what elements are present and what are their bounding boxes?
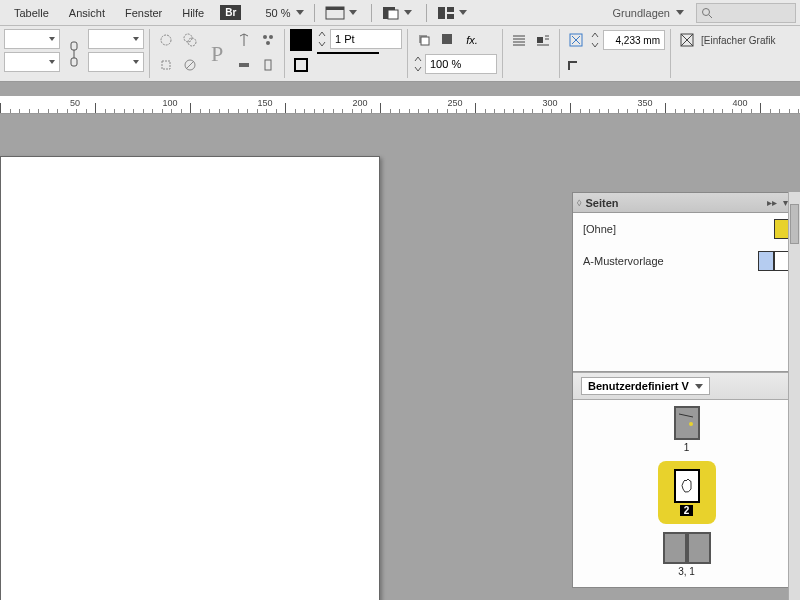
screen-mode-button[interactable] bbox=[325, 5, 345, 21]
corner-options-icon[interactable] bbox=[565, 54, 591, 76]
horizontal-ruler[interactable]: 50 100 150 200 250 300 350 400 bbox=[0, 96, 800, 114]
stroke-swatch[interactable] bbox=[290, 54, 312, 76]
search-icon bbox=[701, 7, 713, 19]
chevron-down-icon bbox=[133, 37, 139, 41]
panel-title: Seiten bbox=[585, 197, 763, 209]
chevron-down-icon[interactable] bbox=[459, 10, 467, 15]
separator bbox=[502, 29, 503, 78]
chevron-down-icon[interactable] bbox=[404, 10, 412, 15]
separator bbox=[371, 4, 372, 22]
master-thumbnail bbox=[758, 251, 774, 271]
page-item-2-selected[interactable]: 2 bbox=[658, 461, 716, 524]
page-number: 1 bbox=[684, 442, 690, 453]
zoom-value: 50 % bbox=[265, 7, 290, 19]
page-item-1[interactable]: 1 bbox=[674, 406, 700, 453]
workspace-grid-button[interactable] bbox=[437, 5, 455, 21]
svg-rect-21 bbox=[239, 63, 249, 67]
pathfinder-icon[interactable] bbox=[179, 54, 201, 76]
collapse-button[interactable]: ▸▸ bbox=[763, 197, 781, 208]
opacity-value: 100 % bbox=[430, 58, 461, 70]
graphic-frame-label: [Einfacher Grafik bbox=[701, 35, 775, 46]
stepper-icon[interactable] bbox=[590, 31, 600, 49]
ruler-tick: 150 bbox=[257, 98, 272, 108]
align-icon[interactable] bbox=[233, 54, 255, 76]
ruler-tick: 300 bbox=[542, 98, 557, 108]
fill-swatch[interactable] bbox=[290, 29, 312, 51]
chevron-down-icon bbox=[49, 37, 55, 41]
w-field[interactable] bbox=[88, 29, 144, 49]
chevron-down-icon bbox=[133, 60, 139, 64]
stepper-icon[interactable] bbox=[413, 55, 423, 73]
stroke-weight-value: 1 Pt bbox=[335, 33, 355, 45]
workspace-switcher[interactable]: Grundlagen bbox=[613, 7, 671, 19]
pages-list: 1 2 3, 1 bbox=[573, 400, 800, 587]
svg-rect-22 bbox=[265, 60, 271, 70]
masters-list: [Ohne] A-Mustervorlage bbox=[573, 213, 800, 371]
text-wrap-icon[interactable] bbox=[532, 29, 554, 51]
stepper-icon[interactable] bbox=[317, 30, 327, 48]
document-page[interactable] bbox=[0, 156, 380, 600]
bridge-badge[interactable]: Br bbox=[220, 5, 241, 20]
separator bbox=[284, 29, 285, 78]
master-row-a[interactable]: A-Mustervorlage bbox=[573, 245, 800, 277]
menu-tabelle[interactable]: Tabelle bbox=[4, 3, 59, 23]
effects-icon[interactable] bbox=[413, 29, 435, 51]
size-field[interactable]: 4,233 mm bbox=[603, 30, 665, 50]
drop-shadow-icon[interactable] bbox=[437, 29, 459, 51]
page-number: 3, 1 bbox=[678, 566, 695, 577]
stroke-weight-field[interactable]: 1 Pt bbox=[330, 29, 402, 49]
align-icon[interactable] bbox=[233, 29, 255, 51]
chevron-down-icon bbox=[296, 10, 304, 15]
panel-header[interactable]: ◊ Seiten ▸▸ ▾≡ bbox=[573, 193, 800, 213]
menu-hilfe[interactable]: Hilfe bbox=[172, 3, 214, 23]
opacity-field[interactable]: 100 % bbox=[425, 54, 497, 74]
svg-rect-31 bbox=[537, 37, 543, 43]
page-item-3[interactable]: 3, 1 bbox=[663, 532, 711, 577]
h-field[interactable] bbox=[88, 52, 144, 72]
stroke-style-preview[interactable] bbox=[317, 52, 379, 54]
svg-rect-5 bbox=[447, 7, 454, 12]
svg-rect-23 bbox=[295, 59, 307, 71]
separator bbox=[426, 4, 427, 22]
section-dropdown[interactable]: Benutzerdefiniert V bbox=[573, 372, 800, 400]
pathfinder-icon[interactable] bbox=[179, 29, 201, 51]
size-value: 4,233 mm bbox=[616, 35, 660, 46]
paragraph-icon[interactable]: P bbox=[204, 32, 230, 76]
svg-point-12 bbox=[161, 35, 171, 45]
page-thumbnail bbox=[687, 532, 711, 564]
search-input[interactable] bbox=[696, 3, 796, 23]
panel-scrollbar[interactable] bbox=[788, 192, 800, 600]
page-thumbnail bbox=[674, 469, 700, 503]
menu-fenster[interactable]: Fenster bbox=[115, 3, 172, 23]
arrange-button[interactable] bbox=[382, 5, 400, 21]
separator bbox=[149, 29, 150, 78]
graphic-frame-icon[interactable] bbox=[676, 29, 698, 51]
text-wrap-icon[interactable] bbox=[508, 29, 530, 51]
fx-icon[interactable]: fx. bbox=[461, 29, 483, 51]
zoom-level[interactable]: 50 % bbox=[265, 7, 304, 19]
section-label: Benutzerdefiniert V bbox=[588, 380, 689, 392]
page-number: 2 bbox=[680, 505, 694, 516]
scrollbar-thumb[interactable] bbox=[790, 204, 799, 244]
hand-icon bbox=[678, 475, 696, 497]
master-row-none[interactable]: [Ohne] bbox=[573, 213, 800, 245]
svg-point-18 bbox=[263, 35, 267, 39]
control-toolbar: P 1 Pt bbox=[0, 26, 800, 82]
chevron-down-icon[interactable] bbox=[349, 10, 357, 15]
constrain-button[interactable] bbox=[63, 43, 85, 65]
distribute-icon[interactable] bbox=[257, 29, 279, 51]
menu-ansicht[interactable]: Ansicht bbox=[59, 3, 115, 23]
y-field[interactable] bbox=[4, 52, 60, 72]
svg-line-17 bbox=[186, 61, 194, 69]
separator bbox=[670, 29, 671, 78]
svg-point-40 bbox=[689, 422, 693, 426]
align-icon[interactable] bbox=[257, 54, 279, 76]
frame-fitting-icon[interactable] bbox=[565, 29, 587, 51]
pathfinder-icon[interactable] bbox=[155, 29, 177, 51]
pathfinder-icon[interactable] bbox=[155, 54, 177, 76]
svg-rect-26 bbox=[442, 34, 452, 44]
ruler-tick: 250 bbox=[447, 98, 462, 108]
pages-panel: ◊ Seiten ▸▸ ▾≡ [Ohne] A-Mustervorlage Be… bbox=[572, 192, 800, 588]
svg-rect-4 bbox=[438, 7, 445, 19]
x-field[interactable] bbox=[4, 29, 60, 49]
